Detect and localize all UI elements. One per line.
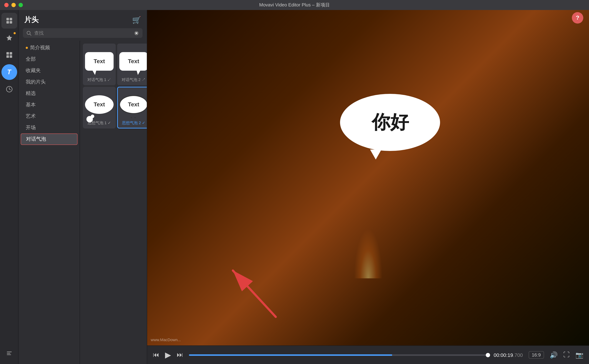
category-item-art[interactable]: 艺术 <box>19 111 80 122</box>
category-item-opening[interactable]: 开场 <box>19 122 80 133</box>
category-label: 精选 <box>26 90 36 97</box>
search-bar <box>23 28 143 38</box>
svg-rect-5 <box>9 52 12 55</box>
svg-rect-6 <box>6 55 9 58</box>
video-speech-bubble: 你好 <box>340 94 440 151</box>
template-thumb: Text <box>85 47 114 76</box>
progress-thumb <box>486 353 490 357</box>
template-grid: Text 对话气泡 1 ↙ Text 对话气泡 2 ↗ <box>80 41 147 364</box>
clear-icon[interactable] <box>134 31 139 35</box>
time-display: 00:00:19.700 <box>494 352 523 358</box>
category-label: 开场 <box>26 124 36 131</box>
sidebar-item-text[interactable]: T <box>1 64 17 80</box>
bubble-speech-shape: Text <box>85 52 114 71</box>
preview-area: ? 你好 www.MacDown... <box>147 10 589 364</box>
template-label: 对话气泡 1 ↙ <box>87 77 111 82</box>
category-item-refined[interactable]: 精选 <box>19 88 80 99</box>
svg-rect-1 <box>9 18 12 20</box>
current-time: 00:00:19 <box>494 352 513 358</box>
search-input[interactable] <box>34 30 131 36</box>
svg-rect-3 <box>9 21 12 24</box>
window-controls[interactable] <box>4 3 23 7</box>
video-bubble-text: 你好 <box>372 110 409 135</box>
bullet-dot <box>26 47 28 49</box>
bubble-think2-shape: Text <box>119 95 147 114</box>
panel-header: 片头 🛒 <box>19 10 147 28</box>
sidebar-item-star[interactable] <box>1 30 17 46</box>
svg-line-12 <box>30 34 31 35</box>
template-item-speech1[interactable]: Text 对话气泡 1 ↙ <box>83 44 116 85</box>
bubble-speech2-shape: Text <box>119 52 147 71</box>
maximize-button[interactable] <box>19 3 23 7</box>
svg-rect-0 <box>6 18 9 20</box>
category-item-basic[interactable]: 基本 <box>19 99 80 111</box>
watermark: www.MacDown... <box>151 338 181 342</box>
skip-back-button[interactable]: ⏮ <box>153 351 159 359</box>
aspect-ratio-selector[interactable]: 16:9 <box>529 351 544 359</box>
svg-line-10 <box>9 89 11 90</box>
close-button[interactable] <box>4 3 9 7</box>
volume-button[interactable]: 🔊 <box>550 351 558 359</box>
svg-rect-2 <box>6 21 9 24</box>
category-label: 基本 <box>26 102 36 108</box>
playback-bar: ⏮ ▶ ⏭ 00:00:19.700 16:9 🔊 ⛶ 📷 <box>147 345 589 364</box>
progress-fill <box>189 354 392 356</box>
bubble-think-shape: Text <box>85 95 114 114</box>
template-item-think2[interactable]: Text 思想气泡 2 ✓ <box>117 87 147 129</box>
category-label: 收藏夹 <box>26 67 41 74</box>
category-label: 简介视频 <box>30 45 50 51</box>
category-label: 全部 <box>26 56 36 62</box>
video-background <box>147 10 589 345</box>
play-pause-button[interactable]: ▶ <box>165 350 171 359</box>
category-item-favorites[interactable]: 收藏夹 <box>19 65 80 76</box>
sidebar-item-tools[interactable] <box>1 345 17 361</box>
cart-icon[interactable]: 🛒 <box>132 15 141 24</box>
sidebar-item-clock[interactable] <box>1 81 17 97</box>
screenshot-button[interactable]: 📷 <box>576 351 583 359</box>
titles-panel: 片头 🛒 简介视频 全部 <box>19 10 147 364</box>
icon-sidebar: T <box>0 10 19 364</box>
template-thumb: Text <box>119 47 147 76</box>
sidebar-item-add[interactable] <box>1 13 17 29</box>
skip-forward-button[interactable]: ⏭ <box>177 351 183 359</box>
main-container: T 片头 🛒 <box>0 10 589 364</box>
fountain-decoration <box>332 221 404 278</box>
titlebar: Movavi Video Editor Plus – 新项目 <box>0 0 589 10</box>
category-item-all[interactable]: 全部 <box>19 53 80 65</box>
template-label: 思想气泡 2 ✓ <box>122 120 145 126</box>
fountain-light <box>354 228 382 278</box>
panel-title: 片头 <box>24 15 39 25</box>
category-item-intro-video[interactable]: 简介视频 <box>19 42 80 53</box>
category-item-speech-bubble[interactable]: 对话气泡 <box>21 133 78 145</box>
time-ms: .700 <box>513 352 523 358</box>
template-item-speech2[interactable]: Text 对话气泡 2 ↗ <box>117 44 147 85</box>
category-item-my-titles[interactable]: 我的片头 <box>19 76 80 88</box>
template-thumb: Text <box>85 90 114 119</box>
search-icon <box>26 31 31 35</box>
svg-rect-4 <box>6 52 9 55</box>
progress-bar[interactable] <box>189 354 488 356</box>
category-label: 对话气泡 <box>26 136 46 142</box>
template-item-think1[interactable]: Text 思想气泡 1 ✓ <box>83 87 116 129</box>
category-label: 艺术 <box>26 113 36 120</box>
app-title: Movavi Video Editor Plus – 新项目 <box>259 2 330 8</box>
svg-rect-7 <box>9 55 12 58</box>
minimize-button[interactable] <box>11 3 16 7</box>
template-label: 对话气泡 2 ↗ <box>122 77 146 82</box>
category-label: 我的片头 <box>26 79 46 85</box>
template-thumb: Text <box>119 90 147 119</box>
video-bubble-shape: 你好 <box>340 94 440 151</box>
video-preview: 你好 www.MacDown... <box>147 10 589 345</box>
help-button[interactable]: ? <box>572 12 583 24</box>
template-label: 思想气泡 1 ✓ <box>88 120 111 126</box>
sidebar-item-grid[interactable] <box>1 47 17 63</box>
category-list: 简介视频 全部 收藏夹 我的片头 精选 基本 艺术 <box>19 41 80 364</box>
fullscreen-button[interactable]: ⛶ <box>563 351 570 359</box>
